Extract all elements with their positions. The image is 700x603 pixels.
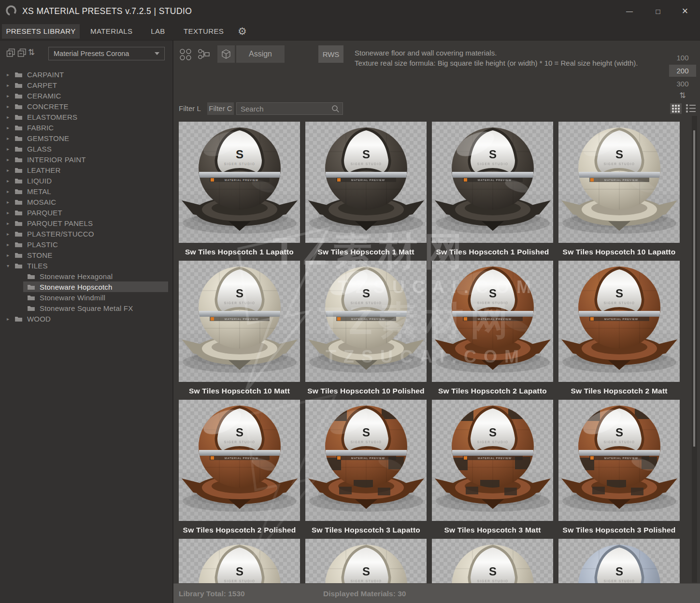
material-card[interactable]: S SIGER STUDIO MATERIAL PREVIEW Sw Tiles… (432, 122, 553, 261)
search-input[interactable] (237, 103, 343, 114)
material-card[interactable]: S SIGER STUDIO MATERIAL PREVIEW Sw Tiles… (432, 400, 553, 539)
material-card[interactable]: S SIGER STUDIO MATERIAL PREVIEW Sw Tiles… (305, 400, 427, 539)
expander-icon: ▸ (7, 136, 14, 141)
sidebar-item-liquid[interactable]: ▸ LIQUID (0, 175, 172, 186)
material-card[interactable]: S SIGER STUDIO MATERIAL PREVIEW (432, 539, 553, 583)
material-card[interactable]: S SIGER STUDIO MATERIAL PREVIEW Sw Tiles… (179, 400, 300, 539)
sidebar-item-concrete[interactable]: ▸ CONCRETE (0, 101, 172, 112)
material-card[interactable]: S SIGER STUDIO MATERIAL PREVIEW Sw Tiles… (558, 400, 680, 539)
tree-item-label: PLASTER/STUCCO (27, 230, 94, 238)
expander-icon: ▸ (7, 210, 14, 215)
sidebar-item-ceramic[interactable]: ▸ CERAMIC (0, 90, 172, 101)
preset-library-dropdown[interactable]: Material Presets Corona (48, 47, 165, 60)
sidebar-item-metal[interactable]: ▸ METAL (0, 186, 172, 196)
filter-library-button[interactable]: Filter L (179, 102, 201, 115)
scrollbar-thumb[interactable] (693, 130, 695, 447)
material-preview: S SIGER STUDIO MATERIAL PREVIEW (179, 261, 300, 382)
svg-text:SIGER STUDIO: SIGER STUDIO (604, 440, 635, 444)
settings-gear-icon[interactable]: ⚙ (238, 24, 247, 39)
sidebar-item-parquet[interactable]: ▸ PARQUET (0, 207, 172, 218)
sidebar-item-stoneware-windmill[interactable]: Stoneware Windmill (23, 292, 168, 303)
material-card[interactable]: S SIGER STUDIO MATERIAL PREVIEW Sw Tiles… (305, 261, 427, 400)
filter-category-button[interactable]: Filter C (207, 102, 234, 115)
tree-item-label: Stoneware Hexagonal (40, 272, 113, 280)
expander-icon: ▸ (7, 146, 14, 152)
tree-item-label: GEMSTONE (27, 134, 69, 142)
grid-view-toggle[interactable] (670, 103, 682, 114)
displayed-materials: Displayed Materials: 30 (323, 584, 406, 603)
material-preview: S SIGER STUDIO MATERIAL PREVIEW (305, 261, 427, 382)
folder-icon (14, 146, 23, 152)
sidebar-item-mosaic[interactable]: ▸ MOSAIC (0, 196, 172, 207)
sidebar-item-elastomers[interactable]: ▸ ELASTOMERS (0, 112, 172, 122)
material-card[interactable]: S SIGER STUDIO MATERIAL PREVIEW Sw Tiles… (179, 261, 300, 400)
material-card[interactable]: S SIGER STUDIO MATERIAL PREVIEW (558, 539, 680, 583)
grid-scrollbar[interactable] (692, 116, 697, 583)
sidebar-item-carpet[interactable]: ▸ CARPET (0, 80, 172, 90)
nodes-view-button[interactable] (198, 48, 211, 60)
material-preview-button[interactable] (217, 45, 235, 63)
folder-icon (14, 93, 23, 99)
siger-shield: S SIGER STUDIO (471, 408, 515, 450)
expander-icon: ▸ (7, 157, 14, 162)
siger-shield: S SIGER STUDIO (344, 130, 388, 172)
maximize-button[interactable]: □ (647, 0, 669, 22)
material-card[interactable]: S SIGER STUDIO MATERIAL PREVIEW Sw Tiles… (558, 122, 680, 261)
grid-sort-button[interactable]: ⇅ (669, 91, 696, 100)
sidebar-item-plastic[interactable]: ▸ PLASTIC (0, 239, 172, 250)
grid-view-icon (672, 105, 680, 112)
sidebar-item-stoneware-square-metal-fx[interactable]: Stoneware Square Metal FX (23, 303, 168, 313)
expander-icon: ▸ (7, 252, 14, 258)
material-preview: S SIGER STUDIO MATERIAL PREVIEW (432, 400, 553, 521)
sidebar-item-interior-paint[interactable]: ▸ INTERIOR PAINT (0, 154, 172, 165)
folder-icon (27, 294, 35, 301)
expand-all-button[interactable] (6, 48, 17, 59)
material-name: Sw Tiles Hopscotch 3 Polished (558, 521, 680, 539)
collapse-all-button[interactable] (17, 48, 28, 59)
material-card[interactable]: S SIGER STUDIO MATERIAL PREVIEW (305, 539, 427, 583)
svg-text:MATERIAL PREVIEW: MATERIAL PREVIEW (225, 318, 258, 321)
sidebar-item-stone[interactable]: ▸ STONE (0, 250, 172, 260)
spheres-view-button[interactable] (179, 48, 192, 61)
sidebar-item-parquet-panels[interactable]: ▸ PARQUET PANELS (0, 218, 172, 228)
material-card[interactable]: S SIGER STUDIO MATERIAL PREVIEW Sw Tiles… (558, 261, 680, 400)
material-preview: S SIGER STUDIO MATERIAL PREVIEW (558, 400, 680, 521)
tab-lab[interactable]: LAB (150, 24, 166, 39)
list-view-toggle[interactable] (686, 104, 696, 114)
sidebar-item-fabric[interactable]: ▸ FABRIC (0, 122, 172, 133)
svg-text:S: S (615, 287, 623, 300)
category-description: Stoneware floor and wall covering materi… (355, 48, 683, 68)
material-card[interactable]: S SIGER STUDIO MATERIAL PREVIEW Sw Tiles… (305, 122, 427, 261)
sidebar-item-tiles[interactable]: ▾ TILES (0, 260, 172, 271)
tree-item-label: LIQUID (27, 177, 52, 185)
sidebar-item-stoneware-hexagonal[interactable]: Stoneware Hexagonal (23, 271, 168, 281)
folder-icon (14, 167, 23, 173)
sidebar-item-leather[interactable]: ▸ LEATHER (0, 165, 172, 175)
material-card[interactable]: S SIGER STUDIO MATERIAL PREVIEW Sw Tiles… (432, 261, 553, 400)
sidebar-item-glass[interactable]: ▸ GLASS (0, 143, 172, 154)
sidebar-item-carpaint[interactable]: ▸ CARPAINT (0, 69, 172, 80)
sidebar-item-stoneware-hopscotch[interactable]: Stoneware Hopscotch (23, 281, 168, 292)
svg-text:S: S (615, 148, 623, 161)
material-card[interactable]: S SIGER STUDIO MATERIAL PREVIEW (179, 539, 300, 583)
size-option-200[interactable]: 200 (669, 65, 696, 77)
sidebar-item-gemstone[interactable]: ▸ GEMSTONE (0, 133, 172, 143)
material-preview: S SIGER STUDIO MATERIAL PREVIEW (305, 122, 427, 243)
sidebar-item-wood[interactable]: ▸ WOOD (0, 313, 172, 324)
tab-materials[interactable]: MATERIALS (90, 24, 132, 39)
close-button[interactable]: × (674, 0, 696, 22)
folder-icon (14, 103, 23, 110)
material-card[interactable]: S SIGER STUDIO MATERIAL PREVIEW Sw Tiles… (179, 122, 300, 261)
size-option-100[interactable]: 100 (669, 52, 696, 63)
size-option-300[interactable]: 300 (669, 78, 696, 89)
folder-icon (14, 252, 23, 258)
tab-presets-library[interactable]: PRESETS LIBRARY (2, 24, 80, 39)
sidebar-sort-button[interactable]: ⇅ (28, 47, 35, 57)
minimize-button[interactable]: — (618, 0, 641, 22)
sidebar-item-plaster-stucco[interactable]: ▸ PLASTER/STUCCO (0, 228, 172, 239)
assign-button[interactable]: Assign (236, 45, 285, 63)
library-total: Library Total: 1530 (179, 584, 245, 603)
rws-button[interactable]: RWS (318, 45, 343, 63)
list-view-icon (686, 104, 696, 112)
tab-textures[interactable]: TEXTURES (184, 24, 221, 39)
